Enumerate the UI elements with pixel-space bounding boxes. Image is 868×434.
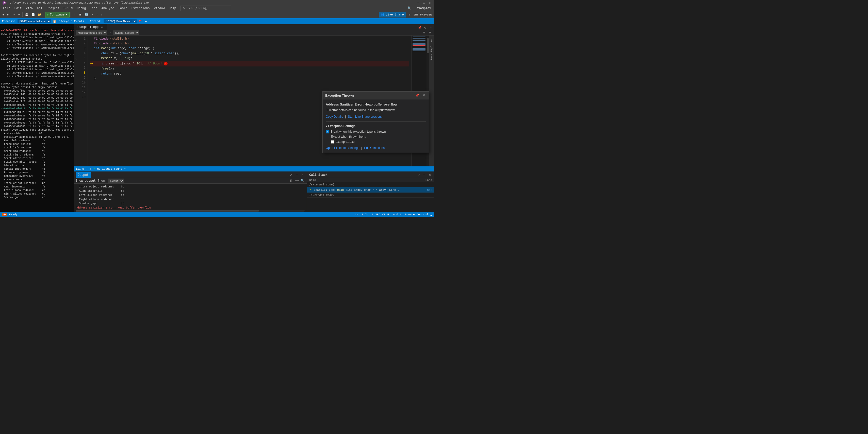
breadcrumb-separator: › — [109, 31, 111, 34]
menu-file[interactable]: File — [1, 6, 12, 11]
exception-close-btn[interactable]: ✕ — [422, 93, 426, 98]
code-line-6: char *x = ( char *) malloc ( 10 * sizeof… — [90, 51, 409, 56]
terminal-line: SUMMARY: AddressSanitizer: heap-buffer-o… — [1, 82, 72, 86]
editor-expand-btn[interactable]: ⊞ — [428, 30, 432, 35]
menu-edit[interactable]: Edit — [12, 6, 24, 11]
menu-project[interactable]: Project — [45, 6, 61, 11]
lifecycle-btn[interactable]: 📋 Lifecycle Events — [53, 20, 84, 23]
exception-settings-title: ▾ Exception Settings — [326, 124, 426, 128]
editor-collapse-btn[interactable]: ⊟ — [422, 30, 427, 35]
team-explorer-tab[interactable]: Team Explorer — [430, 36, 434, 62]
continue-button[interactable]: ▶ Continue ▾ — [45, 12, 70, 18]
code-line-1: #include <stdlib.h> — [90, 36, 409, 41]
callstack-row[interactable]: [External Code] — [307, 193, 434, 198]
status-line-col: Ln: 2 Ch: 1 — [355, 213, 373, 216]
toolbar-step-in-btn[interactable]: ↓ — [95, 12, 99, 18]
toolbar-save-btn[interactable]: 💾 — [24, 12, 30, 18]
menu-help[interactable]: Help — [167, 6, 178, 11]
output-tab[interactable]: Output — [76, 172, 91, 178]
callstack-float-btn[interactable]: ⤢ — [416, 173, 421, 177]
continue-dropdown-icon[interactable]: ▾ — [65, 13, 67, 16]
output-find-btn[interactable]: 🔍 — [300, 178, 305, 183]
output-close-btn[interactable]: ✕ — [300, 173, 305, 177]
menu-tools[interactable]: Tools — [116, 6, 129, 11]
output-scrollbar-container — [73, 208, 307, 212]
toolbar-debug-btn-2[interactable]: ⏹ — [78, 12, 83, 18]
toolbar-restart-btn[interactable]: 🔄 — [84, 12, 90, 18]
scrollbar-thumb[interactable] — [427, 38, 429, 53]
exception-pin-btn[interactable]: 📌 — [414, 93, 420, 98]
editor-pin-btn[interactable]: 📌 — [417, 25, 422, 30]
output-line: Left alloca redzone: ca — [76, 193, 305, 197]
minimize-button[interactable]: — — [416, 0, 421, 6]
status-bar: ⛔ Ready Ln: 2 Ch: 1 SPC CRLF Add to Sour… — [0, 212, 434, 217]
file-selector[interactable]: Miscellaneous Files — [76, 30, 107, 35]
tab-close-btn[interactable]: ✕ — [100, 25, 103, 29]
toolbar-undo-btn[interactable]: ↩ — [12, 12, 17, 18]
callstack-name-cell: ➤ example1.exe! main (int argc, char * *… — [309, 188, 417, 192]
start-live-share-link[interactable]: Start Live Share session... — [348, 115, 383, 119]
menu-build[interactable]: Build — [61, 6, 75, 11]
output-source-selector[interactable]: Debug — [108, 178, 124, 183]
toolbar-step-out-btn[interactable]: ↑ — [100, 12, 104, 18]
menu-view[interactable]: View — [24, 6, 35, 11]
toolbar-open-btn[interactable]: 📂 — [37, 12, 43, 18]
menu-test[interactable]: Test — [88, 6, 99, 11]
callstack-close-btn[interactable]: ✕ — [428, 173, 432, 177]
editor-settings-btn[interactable]: ⚙ — [423, 25, 428, 30]
open-exception-settings-link[interactable]: Open Exception Settings — [326, 146, 359, 149]
process-selector[interactable]: [3248] example1.exe — [18, 19, 51, 23]
toolbar-new-btn[interactable]: 📄 — [30, 12, 36, 18]
exception-links: Copy Details | Start Live Share session.… — [326, 115, 426, 119]
menu-debug[interactable]: Debug — [75, 6, 88, 11]
callstack-row-active[interactable]: ➤ example1.exe! main (int argc, char * *… — [307, 187, 434, 193]
output-float-btn[interactable]: ⤢ — [289, 173, 293, 177]
horizontal-scrollbar[interactable] — [76, 210, 305, 211]
toolbar-redo-btn[interactable]: ↪ — [17, 12, 21, 18]
toolbar-back-btn[interactable]: ◀ — [1, 12, 5, 18]
terminal-output: ========================================… — [0, 24, 73, 212]
callstack-row[interactable]: [External Code] — [307, 182, 434, 187]
menu-analyze[interactable]: Analyze — [99, 6, 116, 11]
toolbar-step-over-btn[interactable]: ↷ — [90, 12, 94, 18]
int-preview-label: INT PREVIEW — [412, 12, 433, 18]
editor-add-tab-btn[interactable]: + — [429, 25, 433, 30]
menu-extensions[interactable]: Extensions — [129, 6, 152, 11]
toolbar-forward-btn[interactable]: ▶ — [6, 12, 10, 18]
output-minimize-btn[interactable]: — — [294, 173, 299, 177]
copy-details-link[interactable]: Copy Details — [326, 115, 343, 119]
minimap-content — [411, 35, 427, 53]
except-when-label: Except when thrown from: — [331, 135, 366, 138]
editor-tab-active[interactable]: example1.cpp ✕ — [73, 24, 107, 30]
title-bar: C:\MSDN\cpp-docs-pr\docs\c-language\ASAN… — [0, 0, 434, 6]
menu-search[interactable]: Search (Ctrl+Q) — [180, 6, 231, 11]
maximize-button[interactable]: □ — [422, 0, 427, 6]
close-button[interactable]: ✕ — [427, 0, 432, 6]
status-check-icon: ✓ — [93, 167, 95, 170]
callstack-panel-controls: ⤢ — ✕ — [416, 173, 432, 177]
callstack-name-cell: [External Code] — [309, 194, 417, 197]
horizontal-scrollbar-thumb[interactable] — [76, 210, 259, 211]
toolbar-settings-btn[interactable]: ⚙ — [407, 12, 412, 18]
menu-search-icon[interactable]: 🔍 — [405, 6, 413, 11]
menu-git[interactable]: Git — [35, 6, 45, 11]
zoom-level[interactable]: 111 % — [76, 167, 84, 170]
edit-conditions-link[interactable]: Edit Conditions — [364, 146, 384, 149]
terminal-line: Left alloca redzone: ca — [1, 189, 72, 192]
minimap-line — [412, 36, 426, 37]
process-bar: Process: [3248] example1.exe 📋 Lifecycle… — [0, 18, 434, 24]
example-checkbox[interactable] — [331, 140, 334, 143]
toolbar-debug-btn-1[interactable]: ⏸ — [72, 12, 77, 18]
menu-window[interactable]: Window — [152, 6, 167, 11]
expand-icon[interactable]: ▾ — [326, 125, 327, 128]
output-word-wrap-btn[interactable]: ⟺ — [294, 178, 299, 183]
exception-controls: 📌 ✕ — [414, 93, 426, 98]
output-clear-btn[interactable]: 🗑 — [289, 178, 293, 183]
break-when-checkbox[interactable] — [326, 130, 329, 133]
live-share-button[interactable]: 👥 Live Share — [379, 12, 406, 18]
add-to-source-control[interactable]: Add to Source Control — [393, 213, 428, 216]
right-panel: example1.cpp ✕ 📌 ⚙ + Miscellaneous Files… — [73, 24, 434, 212]
callstack-minimize-btn[interactable]: — — [422, 173, 427, 177]
scope-selector[interactable]: (Global Scope) — [113, 30, 139, 35]
thread-selector[interactable]: [17808] Main Thread — [103, 19, 136, 23]
